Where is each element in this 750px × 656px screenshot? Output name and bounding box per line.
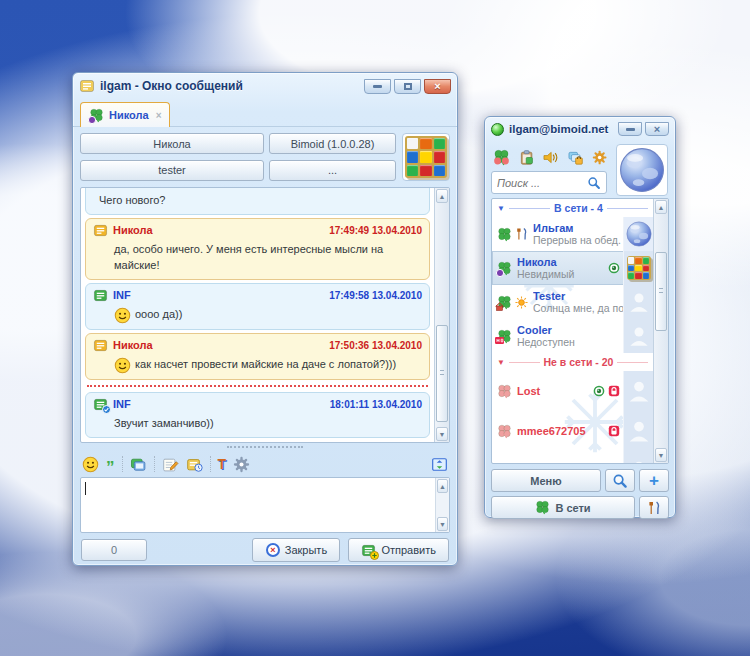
tab-nikola[interactable]: Никола × [80,102,170,127]
search-box[interactable] [491,171,607,194]
settings-button[interactable] [592,149,607,166]
contact-avatar [402,133,450,181]
contact-name: mmee672705 [517,425,608,437]
home-badge-icon [495,302,504,311]
clover-status-icon [497,295,512,310]
message-timestamp: 17:49:58 13.04.2010 [329,290,422,301]
contact-list-scrollbar[interactable]: ▲ ▼ [653,199,668,463]
menu-button[interactable]: Меню [491,469,601,492]
scroll-down-icon[interactable]: ▼ [437,517,448,531]
smiley-emoticon [114,307,131,324]
close-button[interactable]: × [645,122,669,136]
message-bubble: Никола 17:49:49 13.04.2010 да, особо нич… [85,218,430,280]
contact-rows[interactable]: ▼ В сети - 4 Ильгам Перерыв на обед. [492,199,653,463]
maximize-button[interactable] [394,79,421,94]
message-bubble: Никола 17:50:36 13.04.2010 как насчет пр… [85,333,430,380]
contact-row[interactable]: Tester Солнца мне, да побо... [492,285,653,319]
format-text-button[interactable]: T [218,457,227,471]
contact-row[interactable]: MonoBest1 [492,451,653,463]
search-input[interactable] [497,177,587,189]
scroll-up-icon[interactable]: ▲ [437,479,448,493]
delivered-check-icon [102,405,111,414]
my-avatar[interactable] [616,144,668,196]
contact-row[interactable]: mmee672705 [492,411,653,451]
close-button[interactable]: × [424,79,451,94]
collapse-triangle-icon[interactable]: ▼ [497,204,505,213]
quote-button[interactable]: ” [106,464,115,473]
history-save-button[interactable] [186,456,203,473]
scrollbar-thumb[interactable] [655,252,667,331]
collapse-triangle-icon[interactable]: ▼ [497,358,505,367]
tab-label: Никола [109,109,149,121]
contact-status: Невидимый [517,268,608,280]
client-version-field[interactable]: Bimoid (1.0.0.28) [269,133,396,154]
window-title: ilgam - Окно сообщений [100,79,359,93]
scrollbar-thumb[interactable] [436,325,448,422]
minimize-button[interactable] [618,122,642,136]
message-list[interactable]: Чего нового? Никола 17:49:49 13.04.2010 … [81,188,434,442]
contact-name: Lost [517,385,593,397]
status-clover-button[interactable] [493,149,510,166]
add-contact-button[interactable]: + [639,469,669,492]
message-input[interactable]: ▲ ▼ [80,477,450,533]
clover-status-icon [535,500,550,515]
close-chat-button[interactable]: × Закрыть [252,538,340,562]
contact-row[interactable]: Cooler Недоступен [492,319,653,353]
contact-window: ilgam@bimoid.net × [484,116,676,518]
group-header-online[interactable]: ▼ В сети - 4 [492,199,653,217]
clipboard-button[interactable] [519,149,534,166]
emoticons-button[interactable] [82,456,99,473]
send-button[interactable]: Отправить [348,538,449,562]
conversation-tabbar: Никола × [73,99,457,127]
message-window: ilgam - Окно сообщений × Никола × Никола… [72,72,458,566]
scroll-up-icon[interactable]: ▲ [436,189,448,203]
rubik-cube-avatar [627,256,651,280]
templates-button[interactable] [130,456,147,473]
unread-separator [87,385,428,387]
contact-card-icon [93,223,108,238]
scroll-up-icon[interactable]: ▲ [655,200,667,214]
contact-name-field[interactable]: Никола [80,133,264,154]
more-info-field[interactable]: ... [269,160,396,181]
splitter-handle[interactable] [73,443,457,451]
contact-row-selected[interactable]: Никола Невидимый [492,251,653,285]
minimize-button[interactable] [364,79,391,94]
input-scrollbar[interactable]: ▲ ▼ [435,478,449,532]
account-field[interactable]: tester [80,160,264,181]
account-title: ilgam@bimoid.net [509,123,613,135]
clover-offline-icon [497,424,512,439]
layout-toggle-button[interactable] [431,456,448,473]
contact-status: Недоступен [517,336,623,348]
extra-status-button[interactable] [639,496,669,519]
group-header-offline[interactable]: ▼ Не в сети - 20 [492,353,653,371]
message-window-titlebar[interactable]: ilgam - Окно сообщений × [73,73,457,99]
sound-button[interactable] [543,149,558,166]
search-icon[interactable] [587,176,601,190]
person-placeholder-avatar [626,378,652,404]
message-author: INF [113,398,325,410]
avatar-cell [623,285,653,319]
avatar-cell [623,217,653,251]
scroll-down-icon[interactable]: ▼ [655,448,667,462]
contact-window-bottombar: Меню + В сети [485,464,675,519]
privacy-cards-button[interactable] [568,149,583,166]
scroll-down-icon[interactable]: ▼ [436,427,448,441]
find-contacts-button[interactable] [605,469,635,492]
edit-notes-button[interactable] [162,456,179,473]
contact-row[interactable]: Ильгам Перерыв на обед. [492,217,653,251]
smiley-emoticon [114,357,131,374]
message-timestamp: 17:50:36 13.04.2010 [329,340,422,351]
plus-icon: + [649,472,659,489]
message-scrollbar[interactable]: ▲ ▼ [434,188,449,442]
contact-status: Солнца мне, да побо... [533,302,623,314]
contact-status: Перерыв на обед. [533,234,623,246]
contact-name: Никола [517,256,608,268]
settings-button[interactable] [233,456,250,473]
contact-row[interactable]: Lost [492,371,653,411]
contact-window-titlebar[interactable]: ilgam@bimoid.net × [485,117,675,141]
my-status-button[interactable]: В сети [491,496,635,519]
tab-close-icon[interactable]: × [154,110,162,121]
message-timestamp: 18:01:11 13.04.2010 [330,399,422,410]
message-author: INF [113,289,324,301]
contact-list: ▼ В сети - 4 Ильгам Перерыв на обед. [491,198,669,464]
